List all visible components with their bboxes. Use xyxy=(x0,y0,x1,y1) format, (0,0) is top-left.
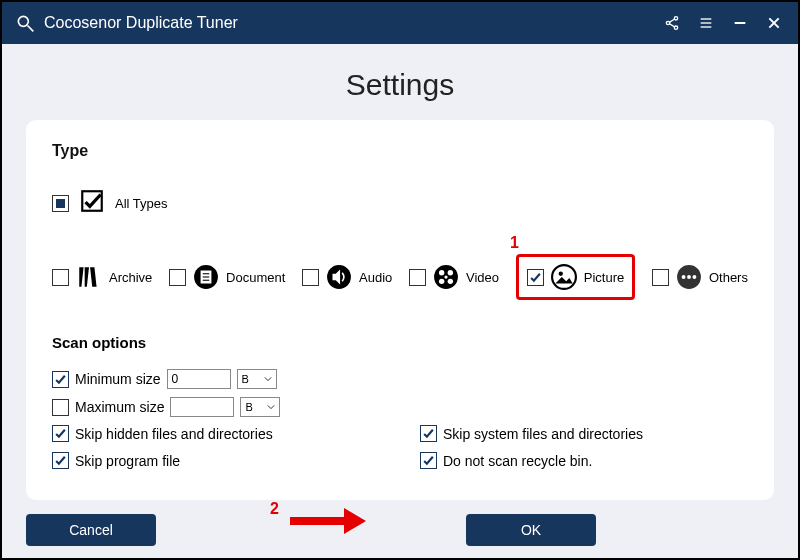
arrow-annotation-icon xyxy=(290,508,366,534)
max-size-input[interactable] xyxy=(170,397,234,417)
type-audio[interactable]: Audio xyxy=(302,263,392,291)
skip-hidden-checkbox[interactable] xyxy=(52,425,69,442)
skip-system-checkbox[interactable] xyxy=(420,425,437,442)
video-checkbox[interactable] xyxy=(409,269,426,286)
type-picture[interactable]: Picture xyxy=(516,254,635,300)
skip-program-checkbox[interactable] xyxy=(52,452,69,469)
svg-point-24 xyxy=(448,279,453,284)
picture-checkbox[interactable] xyxy=(527,269,544,286)
min-size-input[interactable] xyxy=(167,369,231,389)
app-logo-icon xyxy=(14,12,36,34)
document-icon xyxy=(192,263,220,291)
svg-point-26 xyxy=(552,265,576,289)
svg-point-30 xyxy=(687,275,691,279)
ok-button[interactable]: OK xyxy=(466,514,596,546)
document-checkbox[interactable] xyxy=(169,269,186,286)
title-bar: Cocosenor Duplicate Tuner xyxy=(2,2,798,44)
app-title: Cocosenor Duplicate Tuner xyxy=(44,14,650,32)
skip-system-label: Skip system files and directories xyxy=(443,426,643,442)
svg-point-21 xyxy=(439,270,444,275)
svg-point-22 xyxy=(448,270,453,275)
max-size-checkbox[interactable] xyxy=(52,399,69,416)
share-icon[interactable] xyxy=(660,11,684,35)
type-archive[interactable]: Archive xyxy=(52,263,152,291)
others-label: Others xyxy=(709,270,748,285)
all-types-checkbox[interactable] xyxy=(52,195,69,212)
audio-checkbox[interactable] xyxy=(302,269,319,286)
audio-label: Audio xyxy=(359,270,392,285)
svg-point-27 xyxy=(558,272,562,276)
min-size-label: Minimum size xyxy=(75,371,161,387)
all-types-icon xyxy=(79,188,105,218)
type-others[interactable]: Others xyxy=(652,263,748,291)
picture-icon xyxy=(550,263,578,291)
picture-label: Picture xyxy=(584,270,624,285)
min-size-unit[interactable]: B xyxy=(237,369,277,389)
archive-checkbox[interactable] xyxy=(52,269,69,286)
type-video[interactable]: Video xyxy=(409,263,499,291)
archive-icon xyxy=(75,263,103,291)
svg-line-6 xyxy=(669,24,674,27)
scan-heading: Scan options xyxy=(52,334,748,351)
skip-hidden-label: Skip hidden files and directories xyxy=(75,426,273,442)
others-checkbox[interactable] xyxy=(652,269,669,286)
skip-recycle-checkbox[interactable] xyxy=(420,452,437,469)
skip-recycle-label: Do not scan recycle bin. xyxy=(443,453,592,469)
type-document[interactable]: Document xyxy=(169,263,285,291)
cancel-button[interactable]: Cancel xyxy=(26,514,156,546)
annotation-2: 2 xyxy=(270,500,279,518)
archive-label: Archive xyxy=(109,270,152,285)
svg-point-23 xyxy=(439,279,444,284)
video-label: Video xyxy=(466,270,499,285)
others-icon xyxy=(675,263,703,291)
menu-icon[interactable] xyxy=(694,11,718,35)
svg-point-31 xyxy=(692,275,696,279)
svg-point-29 xyxy=(682,275,686,279)
svg-point-0 xyxy=(18,16,28,26)
page-title: Settings xyxy=(26,68,774,102)
close-icon[interactable] xyxy=(762,11,786,35)
type-heading: Type xyxy=(52,142,748,160)
max-size-unit[interactable]: B xyxy=(240,397,280,417)
svg-line-1 xyxy=(28,26,34,32)
audio-icon xyxy=(325,263,353,291)
all-types-label: All Types xyxy=(115,196,168,211)
min-size-checkbox[interactable] xyxy=(52,371,69,388)
svg-point-25 xyxy=(444,275,447,278)
skip-program-label: Skip program file xyxy=(75,453,180,469)
video-icon xyxy=(432,263,460,291)
document-label: Document xyxy=(226,270,285,285)
minimize-icon[interactable] xyxy=(728,11,752,35)
annotation-1: 1 xyxy=(510,234,519,252)
svg-line-5 xyxy=(669,19,674,22)
max-size-label: Maximum size xyxy=(75,399,164,415)
settings-panel: Type All Types Archive Document xyxy=(26,120,774,500)
